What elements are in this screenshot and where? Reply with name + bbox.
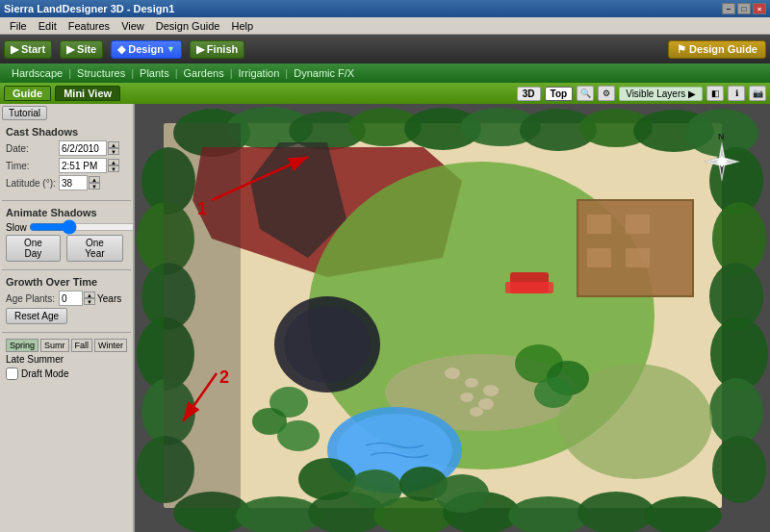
menu-help[interactable]: Help (225, 20, 259, 32)
visible-layers-button[interactable]: Visible Layers ▶ (619, 87, 703, 101)
svg-rect-47 (626, 215, 650, 234)
subnav-irrigation[interactable]: Irrigation (235, 67, 284, 79)
time-down[interactable]: ▼ (108, 165, 119, 172)
animate-shadows-section: Animate Shadows Slow Fast One Day One Ye… (2, 205, 131, 264)
date-down[interactable]: ▼ (108, 148, 119, 155)
latitude-input[interactable] (59, 175, 88, 190)
spring-tab[interactable]: Spring (6, 339, 38, 352)
time-row: Time: ▲ ▼ (6, 158, 127, 173)
draft-row: Draft Mode (6, 367, 127, 380)
date-spinner[interactable]: ▲ ▼ (108, 141, 119, 155)
svg-rect-46 (587, 215, 611, 234)
view-3d-button[interactable]: 3D (517, 87, 541, 101)
age-row: Age Plants: ▲ ▼ Years (6, 291, 127, 306)
subnav-plants[interactable]: Plants (136, 67, 173, 79)
one-day-button[interactable]: One Day (6, 235, 61, 262)
menu-view[interactable]: View (116, 20, 150, 32)
canvas-area[interactable]: N 1 2 (135, 104, 770, 532)
date-up[interactable]: ▲ (108, 141, 119, 148)
cast-shadows-title: Cast Shadows (6, 126, 127, 138)
time-input[interactable] (59, 158, 107, 173)
cast-shadows-section: Cast Shadows Date: ▲ ▼ Time: ▲ ▼ Latitud… (2, 124, 131, 194)
lat-up[interactable]: ▲ (89, 176, 100, 183)
svg-rect-48 (587, 248, 611, 267)
toolbar: Guide Mini View 3D Top 🔍 ⚙ Visible Layer… (0, 83, 770, 104)
slow-label: Slow (6, 222, 27, 233)
svg-point-60 (534, 377, 573, 408)
draft-mode-checkbox[interactable] (6, 367, 18, 380)
subnav-dynamic-fx[interactable]: Dynamic F/X (290, 67, 358, 79)
maximize-button[interactable]: □ (737, 3, 751, 14)
svg-point-61 (298, 458, 356, 500)
fall-tab[interactable]: Fall (71, 339, 93, 352)
draft-mode-label: Draft Mode (21, 368, 68, 379)
menubar: File Edit Features View Design Guide Hel… (0, 17, 770, 35)
garden-view: N (135, 104, 770, 532)
svg-point-57 (277, 420, 320, 451)
svg-point-64 (435, 474, 489, 513)
window-title: Sierra LandDesigner 3D - Design1 (4, 3, 174, 14)
age-up[interactable]: ▲ (84, 291, 95, 298)
menu-design-guide[interactable]: Design Guide (150, 20, 226, 32)
svg-point-37 (465, 378, 478, 388)
menu-features[interactable]: Features (63, 20, 116, 32)
lat-down[interactable]: ▼ (89, 183, 100, 190)
svg-rect-65 (164, 123, 241, 508)
time-up[interactable]: ▲ (108, 159, 119, 165)
one-year-button[interactable]: One Year (66, 235, 123, 262)
finish-icon: ▶ (196, 43, 204, 56)
date-input[interactable] (59, 140, 107, 156)
svg-point-22 (709, 378, 763, 445)
divider3 (2, 332, 131, 333)
summer-tab[interactable]: Sumr (40, 339, 69, 352)
season-section: Spring Sumr Fall Winter Late Summer Draf… (2, 337, 131, 382)
svg-point-39 (460, 393, 474, 402)
speed-slider-row: Slow Fast (6, 221, 127, 233)
subnav-gardens[interactable]: Gardens (180, 67, 228, 79)
animate-shadows-title: Animate Shadows (6, 207, 127, 218)
flag-icon: ⚑ (677, 43, 686, 55)
close-button[interactable]: × (753, 3, 766, 14)
left-panel: Tutorial Cast Shadows Date: ▲ ▼ Time: ▲ … (0, 104, 135, 532)
view-top-button[interactable]: Top (545, 87, 574, 101)
svg-text:N: N (718, 132, 725, 141)
design-arrow: ▼ (167, 44, 175, 54)
winter-tab[interactable]: Winter (94, 339, 127, 352)
age-label: Age Plants: (6, 293, 59, 304)
design-guide-button[interactable]: ⚑ Design Guide (668, 40, 766, 59)
time-spinner[interactable]: ▲ ▼ (108, 159, 119, 172)
main-area: Tutorial Cast Shadows Date: ▲ ▼ Time: ▲ … (0, 104, 770, 532)
zoom-in-icon[interactable]: 🔍 (577, 86, 594, 101)
reset-age-button[interactable]: Reset Age (6, 308, 67, 324)
age-spinner[interactable]: ▲ ▼ (84, 291, 95, 305)
site-button[interactable]: ▶ Site (60, 40, 103, 59)
time-label: Time: (6, 161, 59, 171)
menu-edit[interactable]: Edit (33, 20, 63, 32)
layers-icon[interactable]: ◧ (706, 86, 724, 101)
guide-tab[interactable]: Guide (4, 86, 51, 101)
info-icon[interactable]: ℹ (728, 86, 745, 101)
divider2 (2, 269, 131, 270)
subnav: Hardscape | Structures | Plants | Garden… (0, 63, 770, 83)
age-down[interactable]: ▼ (84, 298, 95, 305)
menu-file[interactable]: File (4, 20, 33, 32)
minimize-button[interactable]: − (722, 3, 735, 14)
mini-view-tab[interactable]: Mini View (55, 86, 120, 101)
svg-rect-51 (505, 282, 553, 293)
settings-icon[interactable]: ⚙ (598, 86, 615, 101)
date-label: Date: (6, 143, 59, 154)
lat-spinner[interactable]: ▲ ▼ (89, 176, 100, 190)
design-button[interactable]: ◆ Design ▼ (111, 40, 182, 59)
finish-button[interactable]: ▶ Finish (190, 40, 244, 59)
navbar: ▶ Start ▶ Site ◆ Design ▼ ▶ Finish ⚑ Des… (0, 35, 770, 63)
speed-slider[interactable] (29, 221, 135, 233)
camera-icon[interactable]: 📷 (749, 86, 766, 101)
start-icon: ▶ (11, 43, 18, 56)
age-input[interactable] (59, 291, 83, 306)
tutorial-tab[interactable]: Tutorial (2, 106, 47, 120)
design-icon: ◆ (117, 43, 125, 56)
subnav-hardscape[interactable]: Hardscape (8, 67, 66, 79)
start-button[interactable]: ▶ Start (4, 40, 52, 59)
svg-point-23 (712, 436, 766, 503)
subnav-structures[interactable]: Structures (73, 67, 129, 79)
